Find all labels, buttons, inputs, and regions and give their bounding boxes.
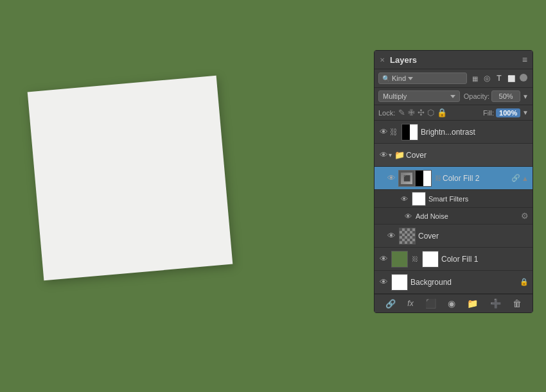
add-mask-icon[interactable]: ⬛ xyxy=(425,298,436,309)
adjustment-filter-icon[interactable]: ◎ xyxy=(482,74,492,83)
chain-icon: ⛓ xyxy=(412,255,418,262)
visibility-icon[interactable]: 👁 xyxy=(399,195,409,203)
panel-header: ✕ Layers ≡ xyxy=(374,51,533,69)
layer-name: Color Fill 2 xyxy=(443,174,510,183)
visibility-icon[interactable]: 👁 xyxy=(378,150,389,160)
layer-thumbnail-green xyxy=(391,251,408,268)
visibility-icon[interactable]: 👁 xyxy=(378,127,389,137)
link-layers-icon[interactable]: 🔗 xyxy=(385,299,396,309)
layer-name: Add Noise xyxy=(416,212,521,220)
kind-label: Kind xyxy=(392,74,406,82)
blend-mode-label: Multiply xyxy=(383,92,407,100)
visibility-icon[interactable]: 👁 xyxy=(378,254,389,264)
fill-chevron: ▼ xyxy=(522,109,529,116)
layer-thumbnail-mask xyxy=(415,170,432,187)
layer-row-color-fill-2[interactable]: 👁 ⬛ ⛓ Color Fill 2 🔗 ▲ xyxy=(374,167,533,190)
lock-label: Lock: xyxy=(378,109,395,117)
filter-icons: ▦ ◎ T ⬜ xyxy=(470,74,529,83)
layer-row-color-fill-1[interactable]: 👁 ⛓ Color Fill 1 xyxy=(374,248,533,271)
layer-row-background[interactable]: 👁 Background 🔒 xyxy=(374,271,533,294)
fx-icon[interactable]: fx xyxy=(407,299,413,308)
visibility-icon[interactable]: 👁 xyxy=(378,277,389,287)
link-icon: 🔗 xyxy=(511,174,520,182)
panel-footer: 🔗 fx ⬛ ◉ 📁 ➕ 🗑 xyxy=(374,294,533,312)
search-icon: 🔍 xyxy=(382,75,390,82)
chain-icon: ⛓ xyxy=(390,128,398,137)
blend-mode-select[interactable]: Multiply xyxy=(378,90,460,102)
opacity-chevron: ▼ xyxy=(522,93,529,100)
layer-name: Brightn...ontrast xyxy=(421,128,529,137)
panel-title: Layers xyxy=(390,55,417,65)
layer-row[interactable]: 👁 ⛓ Brightn...ontrast xyxy=(374,121,533,144)
layers-list: 👁 ⛓ Brightn...ontrast 👁 ▾ 📁 Cover 👁 ⬛ ⛓ … xyxy=(374,121,533,294)
add-layer-icon[interactable]: ➕ xyxy=(490,298,501,309)
lock-artboard-icon[interactable]: ⬡ xyxy=(427,108,434,117)
layer-thumbnail-smart: ⬛ xyxy=(398,170,415,187)
layer-row-cover[interactable]: 👁 Cover xyxy=(374,225,533,248)
lock-icons: ✎ ✙ ✣ ⬡ 🔒 xyxy=(398,108,447,117)
pixel-filter-icon[interactable]: ▦ xyxy=(470,75,480,82)
expand-layer-icon[interactable]: ▲ xyxy=(522,175,529,182)
layer-thumbnail xyxy=(399,228,416,244)
visibility-icon[interactable]: 👁 xyxy=(386,231,396,241)
expand-icon[interactable]: ▾ xyxy=(389,151,392,158)
add-adjustment-icon[interactable]: ◉ xyxy=(448,298,455,309)
layer-name: Cover xyxy=(406,151,529,160)
kind-filter[interactable]: 🔍 Kind xyxy=(378,72,467,84)
thumb-group: ⬛ xyxy=(398,170,432,187)
layer-name: Color Fill 1 xyxy=(441,255,529,264)
folder-icon: 📁 xyxy=(394,150,405,160)
opacity-value[interactable]: 50% xyxy=(491,90,520,102)
panel-menu-icon[interactable]: ≡ xyxy=(522,55,527,65)
chain-icon: ⛓ xyxy=(435,175,441,182)
lock-all-icon[interactable]: 🔒 xyxy=(437,108,447,117)
layers-panel: ✕ Layers ≡ 🔍 Kind ▦ ◎ T ⬜ Multiply Opaci… xyxy=(374,50,533,313)
lock-gradient-icon[interactable]: ✙ xyxy=(408,108,415,117)
visibility-icon[interactable]: 👁 xyxy=(404,212,412,220)
shape-filter-icon[interactable]: ⬜ xyxy=(506,75,516,82)
filter-row: 🔍 Kind ▦ ◎ T ⬜ xyxy=(374,69,533,88)
noise-settings-icon[interactable]: ⚙ xyxy=(521,211,529,221)
smart-filter-icon[interactable] xyxy=(518,74,529,83)
layer-name: Background xyxy=(410,278,518,287)
canvas-square xyxy=(28,76,233,281)
blend-row: Multiply Opacity: 50% ▼ xyxy=(374,88,533,105)
layer-name: Smart Filters xyxy=(428,195,529,203)
lock-row: Lock: ✎ ✙ ✣ ⬡ 🔒 Fill: 100% ▼ xyxy=(374,105,533,121)
add-group-icon[interactable]: 📁 xyxy=(467,298,478,309)
layer-name: Cover xyxy=(418,232,529,241)
folder-row[interactable]: 👁 ▾ 📁 Cover xyxy=(374,144,533,167)
delete-layer-icon[interactable]: 🗑 xyxy=(513,298,522,309)
fill-value[interactable]: 100% xyxy=(496,108,520,117)
opacity-label: Opacity: xyxy=(464,92,489,100)
lock-move-icon[interactable]: ✣ xyxy=(418,108,425,117)
type-filter-icon[interactable]: T xyxy=(494,74,504,83)
smart-filter-thumb xyxy=(412,192,426,206)
fill-label: Fill: xyxy=(483,109,494,117)
visibility-icon[interactable]: 👁 xyxy=(386,173,396,183)
opacity-wrapper: Opacity: 50% ▼ xyxy=(464,90,529,102)
fill-wrapper: Fill: 100% ▼ xyxy=(483,108,529,117)
layer-thumbnail-bg xyxy=(391,274,408,291)
panel-close-icon[interactable]: ✕ xyxy=(380,56,386,63)
layer-thumbnail-white xyxy=(422,251,439,268)
layer-thumbnail xyxy=(401,124,418,141)
lock-pixel-icon[interactable]: ✎ xyxy=(398,108,405,117)
lock-layer-icon: 🔒 xyxy=(520,278,529,286)
smart-filters-row: 👁 Smart Filters xyxy=(374,190,533,208)
add-noise-row[interactable]: 👁 Add Noise ⚙ xyxy=(374,208,533,225)
